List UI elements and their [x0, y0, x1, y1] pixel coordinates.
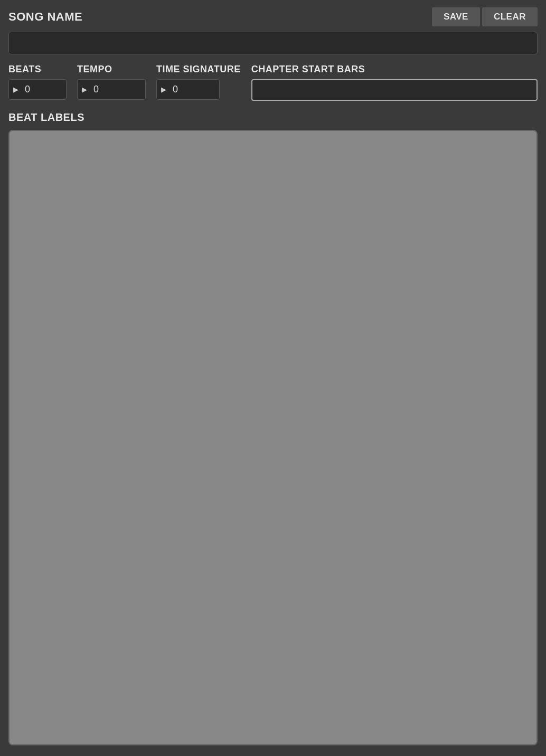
time-signature-spinner: ▶ [156, 79, 220, 100]
tempo-group: TEMPO ▶ [77, 64, 146, 100]
time-signature-arrow-icon[interactable]: ▶ [157, 86, 171, 93]
tempo-value-input[interactable] [91, 80, 123, 99]
beat-labels-area[interactable] [8, 130, 538, 745]
beats-spinner: ▶ [8, 79, 67, 100]
header-buttons: SAVE CLEAR [432, 7, 538, 26]
chapter-start-bars-input[interactable] [251, 79, 538, 101]
beats-value-input[interactable] [23, 80, 54, 99]
beats-arrow-icon[interactable]: ▶ [9, 86, 23, 93]
chapter-start-bars-group: CHAPTER START BARS [251, 64, 538, 101]
beats-label: BEATS [8, 64, 67, 75]
clear-button[interactable]: CLEAR [482, 7, 538, 26]
song-name-label: SONG NAME [8, 10, 82, 24]
controls-row: BEATS ▶ TEMPO ▶ TIME SIGNATURE ▶ CHAPTER [8, 64, 538, 101]
chapter-start-bars-label: CHAPTER START BARS [251, 64, 538, 75]
page-container: SONG NAME SAVE CLEAR BEATS ▶ TEMPO ▶ T [0, 0, 546, 756]
time-signature-label: TIME SIGNATURE [156, 64, 241, 75]
time-signature-group: TIME SIGNATURE ▶ [156, 64, 241, 100]
beats-group: BEATS ▶ [8, 64, 67, 100]
tempo-spinner: ▶ [77, 79, 146, 100]
time-signature-value-input[interactable] [171, 80, 202, 99]
save-button[interactable]: SAVE [432, 7, 480, 26]
header-row: SONG NAME SAVE CLEAR [8, 7, 538, 26]
song-name-input[interactable] [8, 32, 538, 54]
tempo-label: TEMPO [77, 64, 146, 75]
tempo-arrow-icon[interactable]: ▶ [78, 86, 91, 93]
beat-labels-label: BEAT LABELS [8, 111, 538, 124]
